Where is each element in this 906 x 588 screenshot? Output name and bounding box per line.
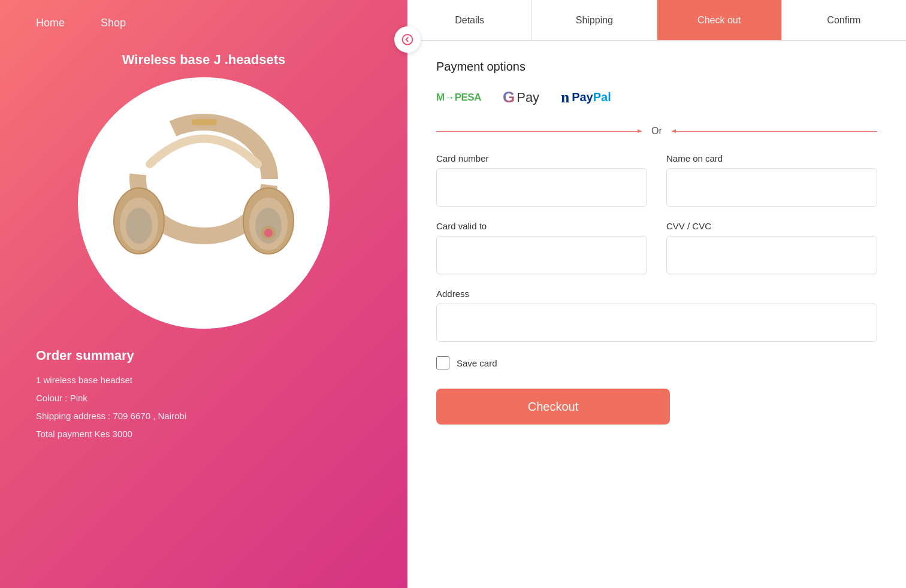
- order-summary: Order summary 1 wireless base headset Co…: [0, 329, 222, 464]
- nav-home[interactable]: Home: [36, 17, 65, 29]
- save-card-checkbox[interactable]: [436, 356, 449, 369]
- headset-illustration: [96, 95, 312, 311]
- product-title: Wireless base J .headsets: [0, 52, 407, 68]
- svg-rect-10: [192, 119, 217, 125]
- card-number-input[interactable]: [436, 168, 647, 207]
- tab-confirm[interactable]: Confirm: [782, 0, 906, 40]
- name-on-card-label: Name on card: [666, 153, 877, 163]
- right-panel: Details Shipping Check out Confirm Payme…: [407, 0, 906, 588]
- name-on-card-input[interactable]: [666, 168, 877, 207]
- divider-left: [436, 131, 642, 132]
- name-on-card-field: Name on card: [666, 153, 877, 207]
- card-number-field: Card number: [436, 153, 647, 207]
- svg-point-9: [264, 229, 273, 237]
- order-colour: Colour : Pink: [36, 391, 186, 405]
- cvv-label: CVV / CVC: [666, 221, 877, 231]
- checkout-button[interactable]: Checkout: [436, 389, 670, 425]
- product-image: [78, 77, 330, 329]
- save-card-label: Save card: [457, 358, 497, 368]
- mpesa-logo[interactable]: M → PESA: [436, 92, 481, 104]
- cvv-field: CVV / CVC: [666, 221, 877, 274]
- tab-details[interactable]: Details: [407, 0, 532, 40]
- or-text: Or: [651, 126, 662, 137]
- tab-shipping[interactable]: Shipping: [532, 0, 657, 40]
- order-summary-title: Order summary: [36, 348, 186, 363]
- payment-logos: M → PESA G Pay 𝐧 PayPal: [436, 88, 877, 107]
- gpay-logo[interactable]: G Pay: [503, 88, 539, 107]
- svg-point-0: [403, 35, 413, 45]
- back-icon: [401, 34, 413, 46]
- divider-right: [672, 131, 877, 132]
- nav-shop[interactable]: Shop: [101, 17, 126, 29]
- svg-point-4: [126, 208, 152, 244]
- address-input[interactable]: [436, 304, 877, 342]
- cvv-input[interactable]: [666, 236, 877, 274]
- card-form: Card number Name on card Card valid to C…: [436, 153, 877, 342]
- card-valid-input[interactable]: [436, 236, 647, 274]
- address-field: Address: [436, 289, 877, 342]
- nav-bar: Home Shop: [0, 0, 162, 46]
- paypal-logo[interactable]: 𝐧 PayPal: [561, 88, 611, 107]
- payment-content: Payment options M → PESA G Pay 𝐧 PayPal …: [407, 41, 906, 588]
- card-valid-field: Card valid to: [436, 221, 647, 274]
- save-card-row: Save card: [436, 356, 877, 369]
- card-number-label: Card number: [436, 153, 647, 163]
- or-divider: Or: [436, 126, 877, 137]
- order-item: 1 wireless base headset: [36, 373, 186, 387]
- card-valid-label: Card valid to: [436, 221, 647, 231]
- tab-checkout[interactable]: Check out: [657, 0, 782, 40]
- left-panel: Home Shop Wireless base J .headsets: [0, 0, 407, 588]
- address-label: Address: [436, 289, 877, 299]
- order-shipping: Shipping address : 709 6670 , Nairobi: [36, 409, 186, 423]
- checkout-tabs: Details Shipping Check out Confirm: [407, 0, 906, 41]
- payment-options-title: Payment options: [436, 60, 877, 74]
- back-button[interactable]: [394, 26, 421, 53]
- order-total: Total payment Kes 3000: [36, 427, 186, 441]
